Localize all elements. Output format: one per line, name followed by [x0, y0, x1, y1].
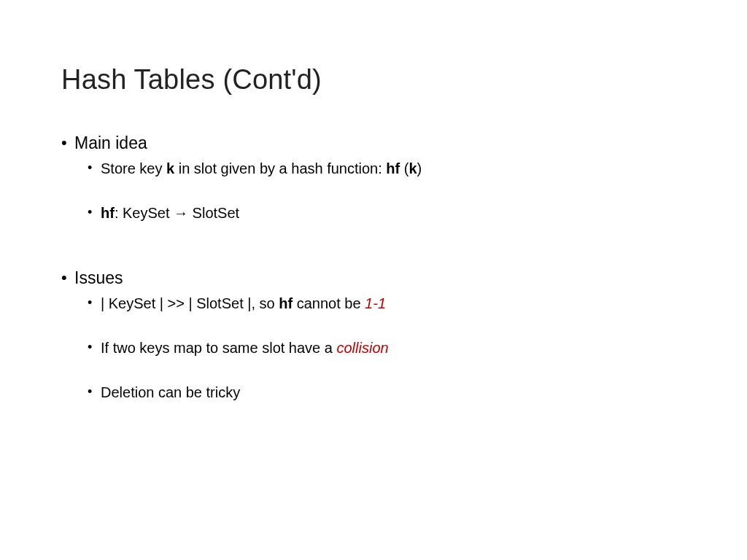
text: SlotSet — [188, 205, 239, 221]
section-issues: Issues | KeySet | >> | SlotSet |, so hf … — [61, 268, 686, 402]
text: : KeySet — [115, 205, 174, 221]
bullet-list: Issues | KeySet | >> | SlotSet |, so hf … — [61, 268, 686, 402]
slide: Hash Tables (Cont'd) Main idea Store key… — [0, 0, 747, 560]
bullet-collision: If two keys map to same slot have a coll… — [88, 338, 686, 358]
bullet-not-one-to-one: | KeySet | >> | SlotSet |, so hf cannot … — [88, 294, 686, 314]
var-k: k — [409, 160, 417, 176]
emph-collision: collision — [336, 340, 388, 356]
fn-hf: hf — [279, 295, 293, 311]
fn-hf: hf — [386, 160, 400, 176]
bullet-deletion: Deletion can be tricky — [88, 383, 686, 402]
section-main-idea: Main idea Store key k in slot given by a… — [61, 133, 686, 223]
text: | KeySet | >> | SlotSet |, so — [101, 295, 279, 311]
text: Store key — [101, 160, 166, 176]
spacer — [61, 248, 686, 268]
sub-list: | KeySet | >> | SlotSet |, so hf cannot … — [74, 294, 686, 402]
text: ( — [400, 160, 409, 176]
text: If two keys map to same slot have a — [101, 340, 336, 356]
var-k: k — [166, 160, 174, 176]
fn-hf: hf — [101, 205, 115, 221]
section-heading: Issues — [74, 268, 123, 287]
text: cannot be — [293, 295, 365, 311]
bullet-list: Main idea Store key k in slot given by a… — [61, 133, 686, 223]
slide-title: Hash Tables (Cont'd) — [61, 64, 686, 96]
section-heading: Main idea — [74, 133, 147, 152]
arrow-icon: → — [174, 205, 188, 221]
bullet-hf-mapping: hf: KeySet → SlotSet — [88, 203, 686, 223]
text: in slot given by a hash function: — [174, 160, 386, 176]
emph-1-1: 1-1 — [365, 295, 386, 311]
text: Deletion can be tricky — [101, 384, 240, 400]
text: ) — [417, 160, 422, 176]
sub-list: Store key k in slot given by a hash func… — [74, 159, 686, 223]
bullet-store-key: Store key k in slot given by a hash func… — [88, 159, 686, 179]
